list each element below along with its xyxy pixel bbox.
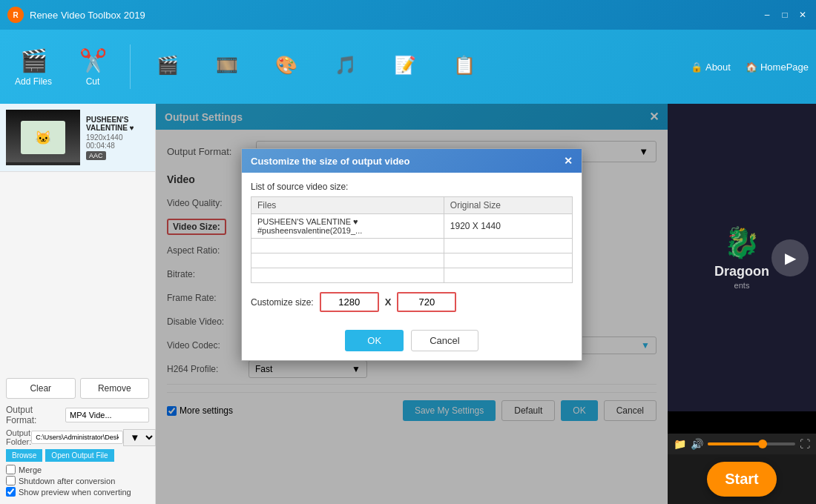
cut-label: Cut <box>86 76 100 87</box>
preview-title: Dragoon <box>714 264 769 279</box>
show-preview-checkbox-row: Show preview when converting <box>6 487 149 497</box>
browse-button[interactable]: Browse <box>6 449 42 462</box>
toolbar-tool-5[interactable]: 📝 <box>379 49 431 84</box>
file-thumbnail: 🐱 <box>6 110 80 165</box>
folder-action-buttons: Browse Open Output File <box>6 449 149 462</box>
play-icon: ▶ <box>785 249 796 267</box>
lock-icon: 🔒 <box>691 62 703 73</box>
play-button[interactable]: ▶ <box>771 239 809 276</box>
clear-button[interactable]: Clear <box>6 378 76 399</box>
tool4-icon: 🎵 <box>335 55 357 76</box>
tool5-icon: 📝 <box>394 55 416 76</box>
customize-dialog-close[interactable]: ✕ <box>564 155 573 167</box>
home-icon: 🏠 <box>746 62 757 73</box>
toolbar-tool-3[interactable]: 🎨 <box>260 49 312 84</box>
customize-dialog-title: Customize the size of output video <box>251 156 410 167</box>
customize-dialog-header: Customize the size of output video ✕ <box>242 149 582 173</box>
top-right-nav: 🔒 About 🏠 HomePage <box>691 62 809 73</box>
preview-subtitle: ents <box>714 281 769 290</box>
toolbar-divider-1 <box>130 44 131 89</box>
merge-checkbox[interactable] <box>6 465 16 474</box>
preview-strip <box>668 411 816 434</box>
output-format-value[interactable]: MP4 Vide... <box>65 408 149 422</box>
toolbar-add-files[interactable]: 🎬 Add Files <box>7 42 59 93</box>
title-bar: R Renee Video Toolbox 2019 – □ ✕ <box>0 0 816 30</box>
add-files-icon: 🎬 <box>20 47 47 73</box>
file-resolution: 1920x1440 <box>86 133 149 142</box>
window-controls: – □ ✕ <box>761 9 809 21</box>
width-input[interactable] <box>320 292 379 312</box>
merge-label: Merge <box>19 465 42 474</box>
customize-dialog: Customize the size of output video ✕ Lis… <box>241 148 582 361</box>
preview-content: 🐉 Dragoon ents <box>714 225 769 290</box>
add-files-label: Add Files <box>15 76 52 87</box>
table-cell-size: 1920 X 1440 <box>444 214 572 239</box>
open-output-button[interactable]: Open Output File <box>45 449 113 462</box>
folder-icon[interactable]: 📁 <box>674 438 686 450</box>
tool1-icon: 🎬 <box>157 55 179 76</box>
audio-badge: AAC <box>86 151 106 160</box>
close-button[interactable]: ✕ <box>797 9 809 21</box>
about-label: About <box>705 62 731 73</box>
homepage-nav-item[interactable]: 🏠 HomePage <box>746 62 809 73</box>
cancel-inner-button[interactable]: Cancel <box>411 330 478 351</box>
maximize-button[interactable]: □ <box>779 9 791 21</box>
table-header-files: Files <box>251 197 444 214</box>
fullscreen-icon[interactable]: ⛶ <box>800 438 810 450</box>
volume-icon[interactable]: 🔊 <box>691 438 703 450</box>
tool2-icon: 🎞️ <box>216 55 238 76</box>
output-format-label: Output Format: <box>6 405 65 425</box>
cut-icon: ✂️ <box>79 47 107 73</box>
about-nav-item[interactable]: 🔒 About <box>691 62 731 73</box>
main-area: 🐱 PUSHEEN'S VALENTINE ♥ 1920x1440 00:04:… <box>0 104 816 504</box>
file-list-spacer <box>0 172 155 372</box>
source-table: Files Original Size PUSHEEN'S VALENTINE … <box>251 196 573 283</box>
toolbar-cut[interactable]: ✂️ Cut <box>67 42 119 93</box>
minimize-button[interactable]: – <box>761 9 773 21</box>
remove-button[interactable]: Remove <box>80 378 150 399</box>
customize-dialog-body: List of source video size: Files Origina… <box>242 173 582 330</box>
customize-dialog-overlay: Customize the size of output video ✕ Lis… <box>156 104 668 504</box>
toolbar-tool-2[interactable]: 🎞️ <box>201 49 253 84</box>
output-format-row: Output Format: MP4 Vide... <box>6 405 149 425</box>
tool3-icon: 🎨 <box>275 55 297 76</box>
file-info: PUSHEEN'S VALENTINE ♥ 1920x1440 00:04:48… <box>86 116 149 160</box>
output-folder-input[interactable] <box>31 431 123 444</box>
table-row-empty-3 <box>251 268 573 283</box>
preview-controls: 📁 🔊 ⛶ <box>668 434 816 454</box>
file-list-item[interactable]: 🐱 PUSHEEN'S VALENTINE ♥ 1920x1440 00:04:… <box>0 104 155 172</box>
height-input[interactable] <box>397 292 456 312</box>
customize-size-label: Customize size: <box>251 297 314 308</box>
start-button[interactable]: Start <box>707 462 777 497</box>
folder-dropdown[interactable]: ▼ <box>123 429 156 446</box>
size-x-separator: X <box>385 296 392 308</box>
toolbar-tool-1[interactable]: 🎬 <box>142 49 194 84</box>
app-title: Renee Video Toolbox 2019 <box>30 10 761 21</box>
preview-visual: 🐉 <box>714 225 769 260</box>
preview-area: 🐉 Dragoon ents ▶ <box>668 104 816 411</box>
customize-size-row: Customize size: X <box>251 292 573 312</box>
table-header-size: Original Size <box>444 197 572 214</box>
show-preview-checkbox[interactable] <box>6 487 16 497</box>
preview-panel: 🐉 Dragoon ents ▶ 📁 🔊 ⛶ Start <box>668 104 816 504</box>
left-panel: 🐱 PUSHEEN'S VALENTINE ♥ 1920x1440 00:04:… <box>0 104 156 504</box>
toolbar-tool-6[interactable]: 📋 <box>438 49 490 84</box>
toolbar-tool-4[interactable]: 🎵 <box>320 49 372 84</box>
table-row-empty-2 <box>251 253 573 268</box>
volume-handle[interactable] <box>758 440 767 448</box>
file-duration: 00:04:48 <box>86 142 149 150</box>
toolbar: 🎬 Add Files ✂️ Cut 🎬 🎞️ 🎨 🎵 📝 📋 🔒 About … <box>0 30 816 104</box>
output-folder-label: Output Folder: <box>6 428 31 446</box>
ok-inner-button[interactable]: OK <box>345 330 404 351</box>
source-list-label: List of source video size: <box>251 182 573 192</box>
volume-slider[interactable] <box>708 442 795 445</box>
thumbnail-image: 🐱 <box>6 110 80 165</box>
file-name: PUSHEEN'S VALENTINE ♥ <box>86 116 149 132</box>
shutdown-label: Shutdown after conversion <box>19 477 115 485</box>
table-row-empty-1 <box>251 239 573 253</box>
left-bottom-panel: Clear Remove Output Format: MP4 Vide... … <box>0 372 155 504</box>
tool6-icon: 📋 <box>453 55 476 76</box>
shutdown-checkbox[interactable] <box>6 476 16 485</box>
merge-checkbox-row: Merge <box>6 465 149 474</box>
table-row: PUSHEEN'S VALENTINE ♥ #pusheensvalentine… <box>251 214 573 239</box>
